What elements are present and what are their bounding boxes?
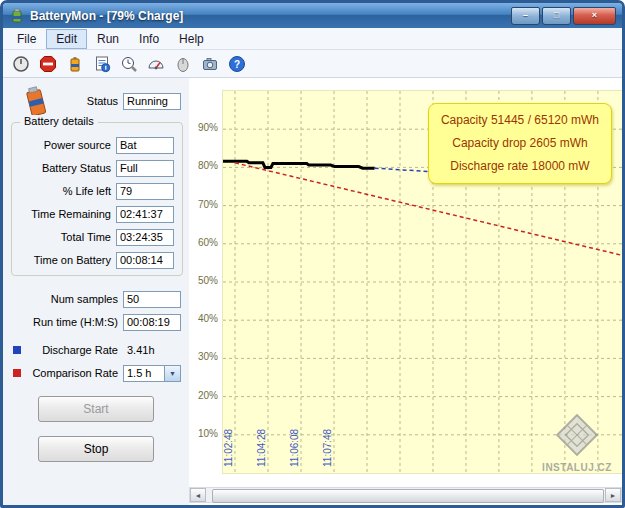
menu-item-edit[interactable]: Edit	[46, 29, 87, 49]
snapshot-icon[interactable]	[200, 54, 220, 74]
report-icon[interactable]	[92, 54, 112, 74]
battery-status-label: Battery Status	[12, 162, 111, 174]
chart-x-tick-label: 11:06:08	[289, 429, 300, 467]
power-source-row: Power source Bat	[12, 136, 174, 154]
menu-bar: File Edit Run Info Help	[3, 28, 622, 50]
run-time-label: Run time (H:M:S)	[3, 316, 118, 328]
menu-item-info[interactable]: Info	[129, 29, 169, 49]
page-title: BatteryMon - [79% Charge]	[30, 9, 511, 23]
num-samples-field: 50	[123, 291, 181, 308]
chart-y-tick-label: 80%	[190, 160, 218, 171]
chart-y-tick-label: 90%	[190, 122, 218, 133]
status-field: Running	[123, 93, 181, 110]
battery-details-legend: Battery details	[20, 115, 98, 127]
history-icon[interactable]	[119, 54, 139, 74]
discharge-rate-annotation: Discharge rate 18000 mW	[441, 155, 599, 178]
num-samples-label: Num samples	[3, 293, 118, 305]
menu-item-help[interactable]: Help	[169, 29, 214, 49]
client-area: Status Running Battery details Power sou…	[3, 78, 622, 505]
life-left-row: % Life left 79	[12, 182, 174, 200]
discharge-rate-legend-swatch	[13, 346, 21, 354]
battery-status-row: Battery Status Full	[12, 159, 174, 177]
maximize-button[interactable]: □	[542, 7, 571, 25]
toolbar: ?	[3, 50, 622, 78]
chart-x-tick-label: 11:07:48	[322, 429, 333, 467]
menu-item-file[interactable]: File	[7, 29, 46, 49]
time-remaining-row: Time Remaining 02:41:37	[12, 205, 174, 223]
scrollbar-thumb[interactable]	[212, 489, 604, 503]
comparison-rate-row: Comparison Rate 1.5 h ▼	[3, 364, 181, 382]
run-time-field: 00:08:19	[123, 314, 181, 331]
chart-info-tooltip: Capacity 51445 / 65120 mWh Capacity drop…	[428, 103, 612, 184]
chart-y-tick-label: 30%	[190, 351, 218, 362]
chart-y-tick-label: 70%	[190, 199, 218, 210]
discharge-rate-value: 3.41h	[123, 342, 181, 359]
life-left-field: 79	[116, 183, 174, 200]
discharge-rate-row: Discharge Rate 3.41h	[3, 341, 181, 359]
pointer-icon[interactable]	[173, 54, 193, 74]
batterymon-window: BatteryMon - [79% Charge] – □ × File Edi…	[0, 0, 625, 508]
app-battery-icon	[9, 8, 25, 24]
time-on-battery-field: 00:08:14	[116, 252, 174, 269]
watermark-text: INSTALUJ.CZ	[538, 462, 616, 473]
total-time-field: 03:24:35	[116, 229, 174, 246]
battery-icon[interactable]	[65, 54, 85, 74]
help-icon[interactable]: ?	[227, 54, 247, 74]
chart-y-tick-label: 10%	[190, 428, 218, 439]
chart-x-tick-label: 11:02:48	[223, 429, 234, 467]
comparison-rate-legend-swatch	[13, 369, 21, 377]
minimize-button[interactable]: –	[511, 7, 540, 25]
chart-y-tick-label: 40%	[190, 313, 218, 324]
battery-status-field: Full	[116, 160, 174, 177]
scroll-right-arrow-icon[interactable]: ►	[605, 488, 621, 502]
gauge-icon[interactable]	[146, 54, 166, 74]
stop-button[interactable]: Stop	[38, 436, 154, 462]
total-time-row: Total Time 03:24:35	[12, 228, 174, 246]
comparison-rate-value: 1.5 h	[124, 366, 164, 381]
installuj-logo-icon	[554, 412, 600, 458]
run-time-row: Run time (H:M:S) 00:08:19	[3, 313, 181, 331]
power-source-label: Power source	[12, 139, 111, 151]
chart-y-tick-label: 50%	[190, 275, 218, 286]
stop-sign-icon[interactable]	[38, 54, 58, 74]
total-time-label: Total Time	[12, 231, 111, 243]
time-on-battery-label: Time on Battery	[12, 254, 111, 266]
close-button[interactable]: ×	[573, 7, 616, 25]
status-row: Status Running	[3, 92, 181, 110]
chart-x-tick-label: 11:04:28	[256, 429, 267, 467]
svg-text:?: ?	[234, 59, 240, 70]
status-panel: Status Running Battery details Power sou…	[3, 78, 189, 505]
installuj-watermark: INSTALUJ.CZ	[538, 412, 616, 473]
chart-horizontal-scrollbar[interactable]: ◄ ►	[189, 487, 622, 503]
status-label: Status	[3, 95, 118, 107]
time-remaining-field: 02:41:37	[116, 206, 174, 223]
chart-y-tick-label: 60%	[190, 237, 218, 248]
start-button[interactable]: Start	[38, 396, 154, 422]
power-source-field: Bat	[116, 137, 174, 154]
capacity-drop-annotation: Capacity drop 2605 mWh	[441, 132, 599, 155]
power-icon[interactable]	[11, 54, 31, 74]
num-samples-row: Num samples 50	[3, 290, 181, 308]
chart-area: 90%80%70%60%50%40%30%20%10% Capacity 514…	[189, 78, 622, 505]
title-bar[interactable]: BatteryMon - [79% Charge] – □ ×	[3, 3, 622, 28]
comparison-rate-dropdown[interactable]: 1.5 h ▼	[123, 365, 181, 382]
life-left-label: % Life left	[12, 185, 111, 197]
scroll-left-arrow-icon[interactable]: ◄	[190, 488, 206, 502]
time-remaining-label: Time Remaining	[12, 208, 111, 220]
chart-y-axis-labels: 90%80%70%60%50%40%30%20%10%	[189, 78, 221, 505]
chevron-down-icon[interactable]: ▼	[164, 366, 180, 381]
battery-details-groupbox: Battery details Power source Bat Battery…	[11, 122, 183, 276]
menu-item-run[interactable]: Run	[87, 29, 129, 49]
chart-y-tick-label: 20%	[190, 390, 218, 401]
time-on-battery-row: Time on Battery 00:08:14	[12, 251, 174, 269]
capacity-annotation: Capacity 51445 / 65120 mWh	[441, 109, 599, 132]
